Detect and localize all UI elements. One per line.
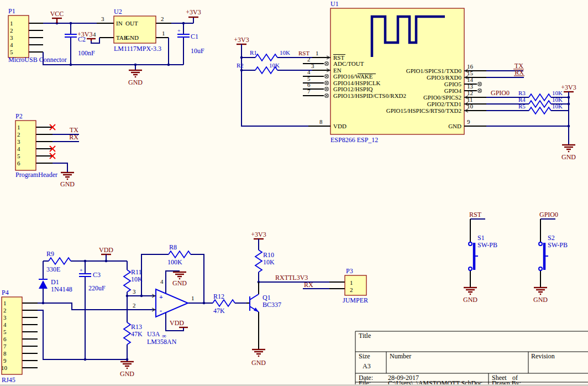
- p4-ref: P4: [2, 289, 9, 296]
- opamp-num-1: 1: [191, 295, 195, 301]
- q1-supply-label: +3V3: [251, 231, 266, 238]
- opamp-minus: -: [160, 307, 162, 315]
- r3-ref: R3: [518, 90, 526, 96]
- plus3v3-power-symbol: +3V3: [186, 8, 201, 17]
- esp-supply-label: +3V3: [234, 36, 249, 44]
- u1-num-9: 9: [467, 118, 470, 125]
- p2-tx-net-label: TX: [70, 126, 78, 134]
- s1-net-label: RST: [469, 211, 482, 218]
- s1-value: SW-PB: [477, 241, 497, 249]
- s1-gnd-label: GND: [463, 296, 477, 304]
- p4-pin-8: 8: [3, 350, 7, 357]
- u1-num-1: 1: [316, 50, 319, 56]
- c1-plus: +: [177, 28, 181, 34]
- u1-num-13: 13: [467, 83, 474, 90]
- r1-value: 10K: [280, 49, 290, 56]
- p2-pin-4: 4: [17, 145, 20, 152]
- r4-value: 10K: [552, 96, 563, 103]
- s2-net-label: GPIO0: [539, 211, 558, 218]
- rxttl-net-label: RXTTL3V3: [275, 274, 308, 281]
- p4-pin-9: 9: [3, 357, 7, 364]
- esp-gnd-label: GND: [561, 153, 576, 161]
- u1-name-adc: ADC/TOUT: [333, 60, 364, 67]
- u1-num-6: 6: [307, 81, 311, 88]
- p2-pin-2: 2: [17, 131, 20, 138]
- p1-pin-3: 3: [10, 34, 13, 41]
- u1-num-4: 4: [307, 69, 311, 75]
- u1-name-gpio2: GPIO2/TXD1: [427, 101, 461, 107]
- u2-tab-net-label: +3V3: [77, 30, 92, 38]
- c1-ref: C1: [191, 33, 198, 40]
- r8-value: 100K: [167, 258, 182, 266]
- r10-value: 10K: [263, 258, 275, 266]
- pullup-supply-label: +3V3: [561, 84, 576, 91]
- r11-value: 10K: [131, 275, 143, 283]
- p2-pin-3: 3: [17, 138, 20, 145]
- u1-name-gnd: GND: [448, 123, 461, 129]
- p2-pin-5: 5: [17, 153, 20, 159]
- opamp-num-2: 2: [133, 302, 136, 309]
- u2-pin-out: OUT: [125, 20, 138, 27]
- s1-ref: S1: [477, 234, 485, 242]
- u1-num-2: 2: [307, 56, 311, 62]
- tb-size-value: A3: [363, 362, 371, 370]
- p3-rx-net-label: RX: [304, 281, 313, 289]
- r5-value: 10K: [552, 103, 563, 109]
- gpio0-net-label: GPIO0: [491, 89, 510, 97]
- p4-pin-1: 1: [3, 300, 7, 306]
- tb-revision-label: Revision: [531, 352, 555, 360]
- u1-num-8: 8: [319, 118, 323, 125]
- r9-value: 330E: [46, 265, 60, 273]
- s2-gnd-label: GND: [533, 296, 548, 304]
- opamp-num-4: 4: [160, 278, 164, 285]
- schematic-canvas: P1 1 2 3 4 5 MicroUSB Connector VCC C2 1…: [0, 0, 588, 386]
- opamp-gnd-label: GND: [172, 279, 187, 287]
- u2-num-in: 3: [101, 15, 104, 22]
- u1-num-16: 16: [467, 63, 474, 70]
- esp-supply-symbol: +3V3: [234, 36, 249, 44]
- p1-pin-5: 5: [10, 49, 13, 55]
- u1-ref: U1: [330, 0, 339, 8]
- p3-label: JUMPER: [343, 296, 368, 304]
- rx-net-label: RX: [514, 69, 524, 76]
- p2-pin-6: 6: [17, 160, 20, 166]
- r2-ref: R2: [237, 62, 244, 69]
- r12-ref: R12: [213, 293, 224, 300]
- r4-ref: R4: [518, 96, 526, 103]
- p4-pin-6: 6: [3, 336, 7, 342]
- u2-num-tab: 4: [93, 31, 96, 38]
- r1-ref: R1: [250, 49, 257, 56]
- p4-pin-5: 5: [3, 328, 7, 335]
- u1-name-gpio3: GPIO3/RXD0: [427, 74, 461, 81]
- power-gnd-label: GND: [128, 79, 143, 86]
- opamp-plus: +: [159, 293, 163, 301]
- q1-gnd-label: GND: [251, 359, 266, 367]
- out-net-label: +3V3: [186, 8, 201, 16]
- p4-label: RJ45: [2, 376, 15, 384]
- p1-pin-1: 1: [10, 20, 13, 27]
- p4-pin-2: 2: [3, 307, 7, 314]
- tb-number-label: Number: [390, 352, 411, 360]
- r10-ref: R10: [263, 251, 274, 259]
- p1-pin-2: 2: [10, 27, 13, 34]
- r11-ref: R11: [131, 268, 142, 276]
- u1-name-gpio0: GPIO0/SPICS2: [423, 94, 461, 101]
- u2-ref: U2: [114, 8, 122, 15]
- c3-plus: +: [80, 267, 83, 273]
- q1-ref: Q1: [262, 294, 271, 301]
- tb-title-label: Title: [359, 332, 371, 340]
- u1-name-gpio1: GPIO1/SPICS1/TXD0: [406, 67, 462, 74]
- p4-pin-10: 10: [1, 364, 8, 371]
- u3a-ref: U3A: [147, 330, 160, 338]
- p2-ref: P2: [15, 112, 23, 120]
- vdd-net-label: VDD: [99, 246, 113, 254]
- c2-value: 100nF: [78, 49, 95, 57]
- connector-p3-body[interactable]: [345, 275, 366, 295]
- u1-num-12: 12: [467, 90, 473, 96]
- tb-size-label: Size: [359, 352, 370, 360]
- r13-ref: R13: [131, 323, 142, 331]
- p4-pin-4: 4: [3, 321, 7, 328]
- p4-pin-3: 3: [3, 314, 7, 321]
- u1-name-gpio13: GPIO13/HSPID/CTS0/RXD2: [333, 92, 406, 99]
- r2-value: 10K: [269, 62, 280, 69]
